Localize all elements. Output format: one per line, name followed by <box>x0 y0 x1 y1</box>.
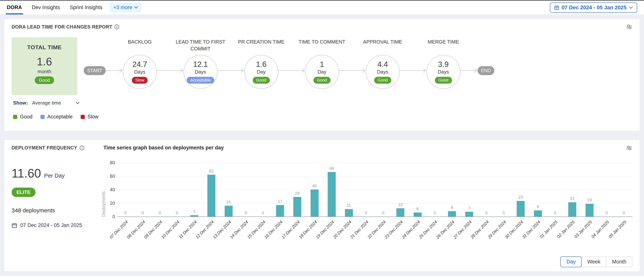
stage-circle: 1 Day Good <box>305 55 339 89</box>
flow-arrow <box>400 68 426 73</box>
x-tick-label: 30 Dec 2024 <box>494 220 524 250</box>
x-tick-label: 08 Dec 2024 <box>116 220 146 250</box>
x-tick-label: 01 Jan 2025 <box>528 220 558 250</box>
bar-value-label: 29 <box>286 191 309 196</box>
x-tick-label: 13 Dec 2024 <box>202 220 232 250</box>
lead-time-flow: TOTAL TIME 1.6 month Good START BACKLOG … <box>12 37 632 95</box>
x-tick-label: 24 Dec 2024 <box>391 220 421 250</box>
stage-circle: 3.9 Days Good <box>426 55 460 89</box>
granularity-month-button[interactable]: Month <box>606 256 632 267</box>
chart-subtitle: Time series graph based on deployments p… <box>104 145 224 151</box>
bar-value-label: 0 <box>252 210 274 215</box>
lead-time-card: DORA LEAD TIME FOR CHANGES REPORT TOTAL … <box>4 19 640 131</box>
stage-badge: Good <box>435 77 452 84</box>
status-legend: Good Acceptable Slow <box>13 114 632 120</box>
legend-item-acceptable: Acceptable <box>40 114 73 120</box>
plot-column: 0000262160017294066110012608700239021190… <box>117 163 632 247</box>
chart-settings-button[interactable] <box>626 145 632 151</box>
x-tick-label: 21 Dec 2024 <box>339 220 370 250</box>
bar-value-label: 62 <box>200 169 223 174</box>
stage-unit: Days <box>438 69 449 75</box>
x-tick-label: 27 Dec 2024 <box>442 220 473 250</box>
deployment-bar <box>293 197 301 216</box>
flow-diagram: START BACKLOG 24.7 Days Slow LEAD TIME T… <box>84 37 494 89</box>
flow-arrow <box>339 68 366 73</box>
flow-arrow <box>218 68 244 73</box>
stats-date-range: 07 Dec 2024 - 05 Jan 2025 <box>12 222 101 228</box>
bar-value-label: 9 <box>526 204 549 209</box>
flow-end-pill: END <box>478 66 494 75</box>
flow-stage-backlog: BACKLOG 24.7 Days Slow <box>123 37 157 89</box>
tabs: DORA Dev Insights Sprint Insights <box>7 1 102 15</box>
x-tick-label: 28 Dec 2024 <box>460 220 490 250</box>
x-tick-label: 09 Dec 2024 <box>133 220 163 250</box>
gridline <box>117 163 632 163</box>
gridline <box>117 176 632 177</box>
deployment-bar <box>328 172 336 216</box>
deployment-header: DEPLOYMENT FREQUENCY Time series graph b… <box>12 145 632 151</box>
stage-label: LEAD TIME TO FIRST COMMIT <box>174 38 227 53</box>
x-tick-label: 04 Jan 2025 <box>580 220 610 250</box>
gridline <box>117 203 632 204</box>
bar-value-label: 11 <box>338 203 360 208</box>
x-tick-label: 26 Dec 2024 <box>425 220 456 250</box>
x-tick-label: 05 Jan 2025 <box>597 220 627 250</box>
stage-label: APPROVAL TIME <box>356 38 409 53</box>
bar-value-label: 17 <box>269 199 292 204</box>
flow-arrow <box>278 68 305 73</box>
stage-label: PR CREATION TIME <box>235 38 288 53</box>
sliders-icon <box>626 145 632 151</box>
y-tick-label: 0 <box>107 214 115 219</box>
bar-value-label: 16 <box>217 200 240 205</box>
bar-value-label: 0 <box>492 210 515 215</box>
total-time-tile: TOTAL TIME 1.6 month Good <box>12 37 77 95</box>
stage-badge: Acceptable <box>187 77 214 84</box>
tab-sprint-insights[interactable]: Sprint Insights <box>70 1 102 15</box>
granularity-day-button[interactable]: Day <box>560 256 582 267</box>
stage-value: 3.9 <box>438 60 449 69</box>
lead-time-title: DORA LEAD TIME FOR CHANGES REPORT <box>12 24 112 30</box>
info-icon[interactable] <box>114 24 119 29</box>
deployment-stats: 11.60 Per Day ELITE 348 deployments 07 D… <box>12 151 101 247</box>
x-tick-label: 14 Dec 2024 <box>219 220 249 250</box>
x-axis-labels: 07 Dec 202408 Dec 202409 Dec 202410 Dec … <box>117 217 632 247</box>
flow-arrow <box>157 68 184 73</box>
deployment-bar <box>534 210 542 216</box>
info-icon[interactable] <box>80 146 84 150</box>
deployment-bar <box>310 190 318 216</box>
chevron-down-icon <box>134 6 138 9</box>
granularity-toggle: Day Week Month <box>560 256 632 267</box>
flow-stage-time-to-comment: TIME TO COMMENT 1 Day Good <box>305 37 339 89</box>
bar-value-label: 0 <box>372 210 395 215</box>
bar-value-label: 19 <box>578 198 601 203</box>
stage-badge: Good <box>374 77 391 84</box>
bar-value-label: 7 <box>458 206 481 211</box>
x-tick-label: 02 Jan 2025 <box>546 220 576 250</box>
more-tabs-chip[interactable]: +3 more <box>110 3 141 12</box>
tier-badge: ELITE <box>12 188 36 197</box>
legend-label: Slow <box>88 114 99 120</box>
legend-label: Good <box>20 114 32 120</box>
stage-unit: Days <box>195 69 206 75</box>
legend-item-good: Good <box>13 114 32 120</box>
stage-unit: Day <box>318 69 326 75</box>
top-tab-bar: DORA Dev Insights Sprint Insights +3 mor… <box>0 1 644 15</box>
total-time-label: TOTAL TIME <box>27 44 62 51</box>
chart-settings-button[interactable] <box>626 24 632 30</box>
granularity-week-button[interactable]: Week <box>581 256 606 267</box>
y-tick-label: 40 <box>107 187 115 192</box>
bar-value-label: 0 <box>612 210 635 215</box>
deployment-bar <box>225 206 233 216</box>
deployment-rate: 11.60 Per Day <box>12 166 101 180</box>
stage-badge: Good <box>314 77 330 84</box>
flow-stage-first-commit: LEAD TIME TO FIRST COMMIT 12.1 Days Acce… <box>184 37 218 89</box>
bar-value-label: 66 <box>320 166 343 171</box>
show-metric-dropdown[interactable]: Show: Average time <box>13 100 632 106</box>
y-tick-label: 60 <box>107 174 115 179</box>
tab-dora[interactable]: DORA <box>7 1 22 15</box>
stage-circle: 12.1 Days Acceptable <box>184 55 218 89</box>
tab-dev-insights[interactable]: Dev Insights <box>32 1 60 15</box>
total-time-unit: month <box>38 69 51 75</box>
date-range-picker[interactable]: 07 Dec 2024 - 05 Jan 2025 <box>550 3 637 13</box>
deployment-chart: Deployments 020406080 000026216001729406… <box>101 163 632 247</box>
